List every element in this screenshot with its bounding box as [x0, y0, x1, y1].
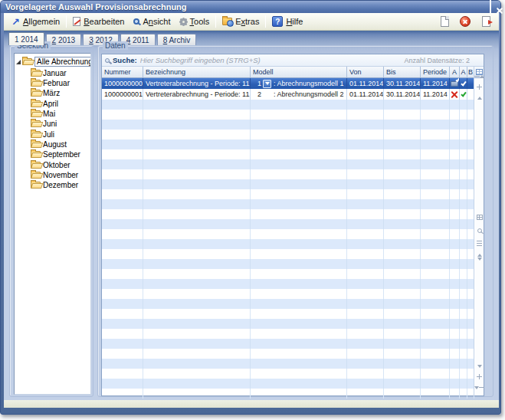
empty-cell	[384, 229, 421, 239]
grid-scrollbar[interactable]	[474, 67, 484, 395]
empty-cell	[251, 269, 347, 279]
exit-button[interactable]	[479, 15, 493, 28]
menu-item-tools[interactable]: Tools	[175, 15, 215, 28]
column-header-periode-5[interactable]: Periode	[421, 67, 450, 77]
empty-row	[102, 339, 474, 349]
empty-cell	[421, 379, 450, 389]
empty-row	[102, 219, 474, 229]
tab-8-archiv[interactable]: 8 Archiv	[157, 34, 197, 45]
tree-item-april[interactable]: April	[15, 99, 90, 109]
column-header-a-7[interactable]: A	[460, 67, 467, 77]
empty-cell	[421, 120, 450, 130]
menu-item-bearbeiten[interactable]: Bearbeiten	[68, 15, 129, 28]
empty-cell	[384, 309, 421, 319]
empty-cell	[102, 319, 143, 329]
menu-item-ansicht[interactable]: Ansicht	[129, 15, 175, 28]
expander-icon[interactable]	[16, 60, 21, 64]
tree-item-august[interactable]: August	[15, 139, 90, 149]
tree-item-m-rz[interactable]: März	[15, 89, 90, 99]
scroll-last-button[interactable]	[474, 385, 484, 390]
magnifier-button[interactable]	[477, 228, 482, 233]
dropdown-button[interactable]	[263, 80, 271, 88]
column-header-modell-2[interactable]: Modell	[251, 67, 347, 77]
empty-cell	[384, 269, 421, 279]
arrow-up-button[interactable]	[477, 95, 482, 100]
grid-button[interactable]	[477, 215, 483, 220]
column-header-bis-4[interactable]: Bis	[384, 67, 421, 77]
empty-cell	[143, 279, 251, 289]
swap-button[interactable]	[477, 254, 482, 261]
titlebar[interactable]: Vorgelagerte Auswahl Provisionsabrechnun…	[1, 1, 500, 13]
toolbar-separator	[66, 15, 67, 28]
empty-cell	[347, 209, 384, 219]
menu-item-hilfe[interactable]: Hilfe	[267, 15, 307, 28]
plus-icon	[477, 84, 482, 90]
empty-cell	[460, 319, 467, 329]
tree-item-september[interactable]: September	[15, 149, 90, 159]
empty-row	[102, 279, 474, 289]
empty-cell	[251, 349, 347, 359]
empty-cell	[143, 110, 251, 120]
table-row[interactable]: 1000000000Vertreterabrechnung - Periode:…	[102, 78, 474, 89]
empty-cell	[421, 259, 450, 269]
edit-page-icon	[73, 17, 80, 26]
column-header-a-6[interactable]: A	[450, 67, 460, 77]
column-header-nummer-0[interactable]: Nummer	[102, 67, 143, 77]
cell-a1	[450, 78, 460, 89]
empty-cell	[143, 299, 251, 309]
tab-2-2013[interactable]: 2 2013	[46, 34, 82, 45]
empty-cell	[251, 130, 347, 139]
empty-cell	[450, 139, 460, 149]
tree-item-juli[interactable]: Juli	[15, 130, 90, 139]
restore-button[interactable]	[490, 0, 491, 14]
empty-cell	[460, 179, 467, 189]
scroll-first-button[interactable]	[474, 74, 484, 79]
tree-item-alle-abrechnungen[interactable]: Alle Abrechnungen	[15, 57, 90, 67]
search-input[interactable]	[140, 56, 402, 64]
tree-item-november[interactable]: November	[15, 170, 90, 180]
new-document-button[interactable]	[438, 15, 451, 28]
empty-cell	[460, 389, 467, 399]
tree-item-mai[interactable]: Mai	[15, 109, 90, 119]
menu-item-extras[interactable]: Extras	[218, 15, 264, 28]
tree-item-label: Januar	[43, 69, 67, 77]
sort-button[interactable]	[477, 241, 482, 246]
empty-cell	[421, 389, 450, 399]
tab-page: 1 20142 20133 20124 20118 Archiv Selekti…	[4, 31, 499, 400]
column-header-von-3[interactable]: Von	[347, 67, 384, 77]
empty-cell	[450, 279, 460, 289]
tree-item-oktober[interactable]: Oktober	[15, 160, 90, 170]
help-icon	[272, 16, 283, 27]
column-header-bezeichnung-1[interactable]: Bezeichnung	[143, 67, 251, 77]
empty-cell	[102, 349, 143, 359]
empty-cell	[143, 139, 251, 149]
empty-cell	[251, 169, 347, 179]
abort-button[interactable]	[458, 15, 472, 28]
selection-tree[interactable]: Alle Abrechnungen JanuarFebruarMärzApril…	[14, 53, 91, 395]
window-title: Vorgelagerte Auswahl Provisionsabrechnun…	[5, 2, 187, 11]
folder-icon	[31, 131, 41, 138]
empty-cell	[384, 110, 421, 120]
tree-item-dezember[interactable]: Dezember	[15, 180, 90, 190]
plus-button[interactable]	[477, 84, 482, 90]
cell-bezeichnung: Vertreterabrechnung - Periode: 11.2014	[143, 89, 251, 100]
empty-cell	[251, 299, 347, 309]
tab-1-2014[interactable]: 1 2014	[8, 32, 44, 45]
empty-cell	[251, 139, 347, 149]
tree-item-label: Juli	[43, 130, 54, 139]
arrow-down-button[interactable]	[477, 363, 482, 369]
empty-cell	[384, 179, 421, 189]
empty-cell	[347, 159, 384, 169]
tree-item-februar[interactable]: Februar	[15, 78, 90, 88]
applied-check-icon	[451, 81, 458, 87]
empty-cell	[460, 359, 467, 369]
menu-item-allgemein[interactable]: Allgemein	[7, 15, 64, 28]
tree-item-juni[interactable]: Juni	[15, 119, 90, 129]
plus-button[interactable]	[477, 374, 482, 379]
empty-cell	[450, 259, 460, 269]
empty-cell	[384, 219, 421, 229]
table-row[interactable]: 1000000001Vertreterabrechnung - Periode:…	[102, 89, 474, 100]
empty-cell	[460, 309, 467, 319]
tree-item-januar[interactable]: Januar	[15, 68, 90, 78]
empty-cell	[347, 369, 384, 379]
